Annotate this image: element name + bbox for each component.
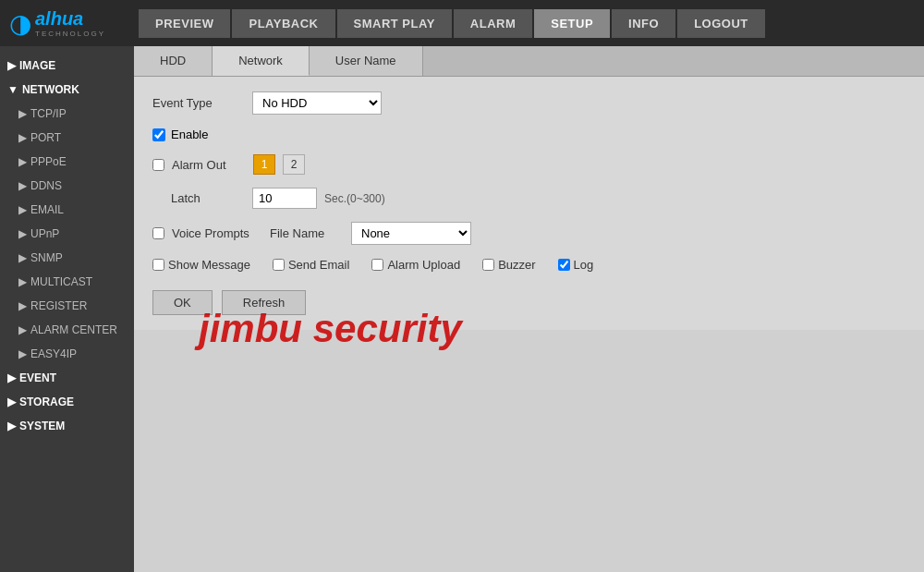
ok-button[interactable]: OK: [152, 290, 213, 315]
alarm-out-checkbox[interactable]: [152, 159, 164, 171]
snmp-arrow-icon: ▶: [18, 251, 27, 264]
sidebar-item-upnp[interactable]: ▶ UPnP: [0, 222, 134, 246]
voice-prompts-row: Voice Prompts File Name None: [152, 222, 906, 245]
voice-prompts-checkbox[interactable]: [152, 227, 164, 239]
refresh-button[interactable]: Refresh: [222, 290, 307, 315]
nav-alarm[interactable]: ALARM: [454, 9, 532, 38]
sidebar-item-tcpip[interactable]: ▶ TCP/IP: [0, 102, 134, 126]
nav-playback[interactable]: PLAYBACK: [232, 9, 334, 38]
enable-label[interactable]: Enable: [171, 128, 208, 141]
pppoe-arrow-icon: ▶: [18, 155, 27, 168]
nav-info[interactable]: INFO: [612, 9, 675, 38]
sidebar-item-snmp[interactable]: ▶ SNMP: [0, 246, 134, 270]
alarm-center-arrow-icon: ▶: [18, 323, 27, 336]
log-item: Log: [558, 258, 594, 272]
show-message-checkbox[interactable]: [152, 259, 164, 271]
tab-network[interactable]: Network: [213, 46, 310, 76]
nav-logout[interactable]: LOGOUT: [677, 9, 765, 38]
top-navigation: ◑ alhua TECHNOLOGY PREVIEW PLAYBACK SMAR…: [0, 0, 924, 46]
sidebar-item-image[interactable]: ▶ IMAGE: [0, 54, 134, 78]
alarm-out-row: Alarm Out 1 2: [152, 154, 906, 175]
ddns-arrow-icon: ▶: [18, 179, 27, 192]
latch-label: Latch: [152, 191, 245, 205]
buzzer-checkbox[interactable]: [482, 259, 494, 271]
tab-username[interactable]: User Name: [310, 46, 423, 76]
alarm-btn-1[interactable]: 1: [253, 154, 275, 175]
upnp-arrow-icon: ▶: [18, 227, 27, 240]
nav-buttons: PREVIEW PLAYBACK SMART PLAY ALARM SETUP …: [139, 9, 765, 38]
register-arrow-icon: ▶: [18, 299, 27, 312]
sidebar-item-ddns[interactable]: ▶ DDNS: [0, 174, 134, 198]
event-type-select[interactable]: No HDD Disk Error Disk Full: [252, 91, 382, 115]
event-type-label: Event Type: [152, 96, 245, 110]
tab-bar: HDD Network User Name: [134, 46, 924, 77]
event-arrow-icon: ▶: [7, 371, 16, 384]
sidebar-item-port[interactable]: ▶ PORT: [0, 126, 134, 150]
alarm-btn-2[interactable]: 2: [283, 154, 305, 175]
alarm-upload-checkbox[interactable]: [371, 259, 383, 271]
file-name-select[interactable]: None: [351, 222, 471, 245]
nav-preview[interactable]: PREVIEW: [139, 9, 230, 38]
form-content: Event Type No HDD Disk Error Disk Full E…: [134, 77, 924, 330]
sidebar-item-alarm-center[interactable]: ▶ ALARM CENTER: [0, 318, 134, 342]
voice-prompts-label[interactable]: Voice Prompts: [172, 226, 253, 240]
image-arrow-icon: ▶: [7, 59, 16, 72]
file-name-label: File Name: [270, 226, 344, 240]
storage-arrow-icon: ▶: [7, 396, 16, 408]
enable-checkbox[interactable]: [152, 128, 165, 141]
sidebar-item-email[interactable]: ▶ EMAIL: [0, 198, 134, 222]
main-layout: ▶ IMAGE ▼ NETWORK ▶ TCP/IP ▶ PORT ▶ PPPo…: [0, 46, 924, 572]
sidebar-item-easy4ip[interactable]: ▶ EASY4IP: [0, 342, 134, 366]
sidebar-item-register[interactable]: ▶ REGISTER: [0, 294, 134, 318]
email-arrow-icon: ▶: [18, 203, 27, 216]
content-area: HDD Network User Name Event Type No HDD …: [134, 46, 924, 572]
nav-setup[interactable]: SETUP: [534, 9, 610, 38]
action-row: OK Refresh jimbu security: [152, 290, 906, 315]
brand-name: alhua TECHNOLOGY: [35, 8, 105, 38]
sidebar: ▶ IMAGE ▼ NETWORK ▶ TCP/IP ▶ PORT ▶ PPPo…: [0, 46, 134, 572]
alarm-out-label[interactable]: Alarm Out: [172, 158, 246, 172]
options-row: Show Message Send Email Alarm Upload Buz…: [152, 258, 906, 272]
alarm-upload-item: Alarm Upload: [371, 258, 460, 272]
tcpip-arrow-icon: ▶: [18, 107, 27, 120]
nav-smart-play[interactable]: SMART PLAY: [337, 9, 452, 38]
sidebar-item-system[interactable]: ▶ SYSTEM: [0, 414, 134, 438]
send-email-label[interactable]: Send Email: [288, 258, 349, 272]
send-email-checkbox[interactable]: [273, 259, 285, 271]
multicast-arrow-icon: ▶: [18, 275, 27, 288]
sidebar-item-multicast[interactable]: ▶ MULTICAST: [0, 270, 134, 294]
log-label[interactable]: Log: [574, 258, 594, 272]
latch-row: Latch 10 Sec.(0~300): [152, 188, 906, 209]
log-checkbox[interactable]: [558, 259, 570, 271]
network-arrow-icon: ▼: [7, 83, 18, 96]
sidebar-item-pppoe[interactable]: ▶ PPPoE: [0, 150, 134, 174]
easy4ip-arrow-icon: ▶: [18, 347, 27, 360]
logo-icon: ◑: [9, 8, 31, 39]
buzzer-label[interactable]: Buzzer: [498, 258, 535, 272]
system-arrow-icon: ▶: [7, 420, 16, 432]
show-message-label[interactable]: Show Message: [168, 258, 250, 272]
sidebar-item-event[interactable]: ▶ EVENT: [0, 366, 134, 390]
enable-row: Enable: [152, 128, 906, 141]
buzzer-item: Buzzer: [482, 258, 535, 272]
show-message-item: Show Message: [152, 258, 250, 272]
latch-hint: Sec.(0~300): [324, 192, 385, 205]
tab-hdd[interactable]: HDD: [134, 46, 213, 76]
port-arrow-icon: ▶: [18, 131, 27, 144]
alarm-upload-label[interactable]: Alarm Upload: [387, 258, 460, 272]
sidebar-item-network[interactable]: ▼ NETWORK: [0, 78, 134, 102]
logo-area: ◑ alhua TECHNOLOGY: [9, 8, 139, 39]
event-type-row: Event Type No HDD Disk Error Disk Full: [152, 91, 906, 115]
latch-input[interactable]: 10: [252, 188, 317, 209]
send-email-item: Send Email: [273, 258, 349, 272]
sidebar-item-storage[interactable]: ▶ STORAGE: [0, 390, 134, 414]
